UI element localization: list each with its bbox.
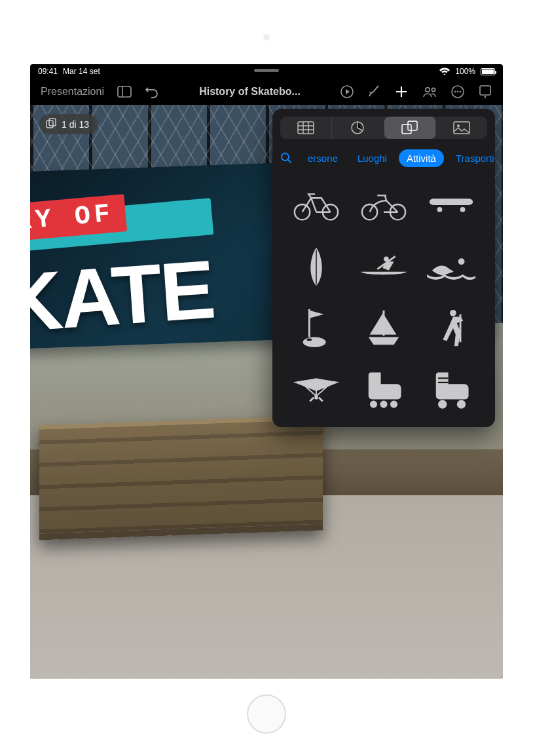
svg-rect-13: [298, 122, 314, 134]
svg-rect-11: [46, 121, 53, 128]
svg-rect-0: [118, 86, 131, 97]
battery-pct: 100%: [455, 67, 475, 76]
shapes-grid: [272, 169, 495, 421]
svg-point-38: [380, 401, 387, 408]
svg-rect-17: [454, 122, 469, 134]
more-button[interactable]: [444, 79, 471, 105]
banner-title: KATE: [30, 242, 217, 351]
skateboard-icon[interactable]: [422, 181, 481, 229]
svg-point-7: [457, 91, 459, 93]
svg-point-37: [370, 401, 377, 408]
svg-point-18: [457, 124, 460, 127]
sidebar-toggle-button[interactable]: [111, 79, 138, 105]
svg-rect-16: [408, 121, 417, 130]
hang-glider-icon[interactable]: [287, 366, 345, 414]
svg-point-41: [457, 400, 466, 409]
svg-point-29: [458, 258, 465, 265]
svg-point-8: [460, 91, 462, 93]
ipad-frame: 09:41 Mar 14 set 100% Presentazioni: [0, 0, 533, 756]
slides-icon: [46, 118, 56, 130]
home-button[interactable]: [247, 694, 286, 734]
sailboat-icon[interactable]: [354, 304, 413, 352]
category-scroller[interactable]: ersone Luoghi Attività Trasporti Lavoro: [272, 147, 495, 169]
cruiser-bicycle-icon[interactable]: [354, 181, 413, 229]
shape-search-button[interactable]: [280, 152, 296, 164]
svg-point-26: [460, 207, 466, 212]
device-camera: [263, 34, 270, 41]
rowing-icon[interactable]: [354, 242, 413, 291]
wifi-icon: [439, 67, 450, 77]
screen: 09:41 Mar 14 set 100% Presentazioni: [30, 64, 503, 679]
svg-rect-9: [480, 86, 490, 95]
cat-luoghi[interactable]: Luoghi: [350, 149, 395, 167]
battery-icon: [481, 68, 495, 75]
roller-skate-icon[interactable]: [422, 366, 481, 414]
format-brush-button[interactable]: [360, 79, 388, 105]
play-button[interactable]: [334, 79, 360, 105]
svg-line-20: [288, 160, 291, 163]
document-title[interactable]: History of Skatebo...: [199, 86, 301, 98]
collaborate-button[interactable]: [415, 79, 444, 105]
svg-point-36: [314, 396, 318, 400]
cat-trasporti[interactable]: Trasporti: [448, 149, 495, 167]
undo-button[interactable]: [138, 79, 166, 105]
svg-point-4: [432, 88, 435, 91]
multitask-pill[interactable]: [254, 69, 279, 72]
cat-attivita[interactable]: Attività: [399, 149, 444, 167]
status-date: Mar 14 set: [63, 67, 100, 76]
insert-popover: ersone Luoghi Attività Trasporti Lavoro: [272, 109, 495, 427]
back-label: Presentazioni: [41, 86, 104, 98]
svg-point-6: [454, 91, 456, 93]
surfboard-icon[interactable]: [287, 242, 345, 291]
wood-graphic: [39, 415, 323, 540]
roller-blade-icon[interactable]: [354, 366, 413, 414]
svg-rect-12: [49, 119, 56, 126]
svg-point-25: [437, 207, 443, 212]
slide-counter-text: 1 di 13: [62, 119, 89, 130]
seg-tables[interactable]: [280, 117, 332, 139]
status-time: 09:41: [38, 67, 58, 76]
svg-point-19: [282, 153, 289, 161]
bicycle-icon[interactable]: [287, 181, 345, 229]
hiker-icon[interactable]: [422, 304, 481, 352]
slide-counter-pill[interactable]: 1 di 13: [39, 114, 98, 134]
svg-point-34: [450, 310, 456, 316]
svg-point-31: [303, 337, 325, 348]
swimmer-icon[interactable]: [422, 242, 481, 291]
svg-point-39: [390, 401, 397, 408]
presenter-notes-button[interactable]: [471, 79, 499, 105]
seg-charts[interactable]: [332, 117, 384, 139]
seg-media[interactable]: [436, 117, 487, 139]
back-button[interactable]: Presentazioni: [34, 79, 111, 105]
svg-point-10: [485, 96, 487, 98]
svg-rect-35: [460, 314, 462, 343]
app-toolbar: Presentazioni History of Skatebo...: [30, 79, 503, 105]
insert-button[interactable]: [388, 79, 415, 105]
insert-type-segmented: [280, 117, 487, 139]
svg-point-3: [426, 88, 430, 92]
svg-point-40: [438, 400, 447, 409]
golf-flag-icon[interactable]: [287, 304, 345, 352]
svg-rect-15: [402, 124, 411, 134]
seg-shapes[interactable]: [384, 117, 436, 139]
cat-persone[interactable]: ersone: [300, 149, 346, 167]
svg-point-32: [306, 339, 312, 341]
